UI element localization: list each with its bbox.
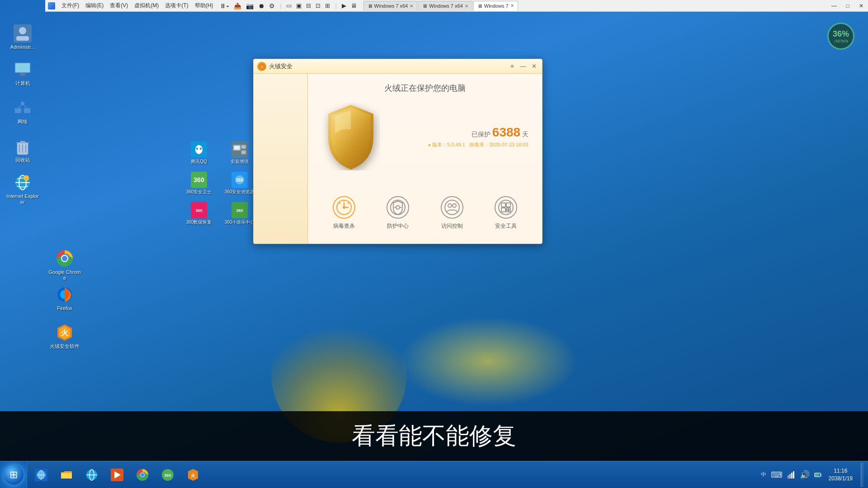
svg-rect-6	[18, 75, 27, 77]
vm-window-controls: — □ ✕	[827, 0, 868, 12]
desktop-icon-ie[interactable]: e Internet Explorer	[5, 172, 41, 207]
desktop-icon-firefox[interactable]: Firefox	[47, 284, 83, 313]
vm-maximize-btn[interactable]: □	[841, 0, 854, 12]
vm-menu-file[interactable]: 文件(F)	[59, 1, 82, 10]
vm-settings-btn[interactable]: ⚙	[268, 2, 276, 9]
cluster-icon-360safe[interactable]: 360 360安全卫士	[181, 170, 217, 196]
vm-menu-tab[interactable]: 选项卡(T)	[162, 1, 191, 10]
desktop-icon-chrome[interactable]: Google Chrome	[47, 248, 83, 283]
sec-func-scan[interactable]: 病毒查杀	[333, 196, 355, 230]
vm-layout-btn1[interactable]: ▭	[285, 2, 293, 9]
svg-rect-34	[241, 145, 246, 149]
vm-rec-btn[interactable]: ⏺	[257, 2, 266, 9]
taskbar-app-huorong[interactable]: 火	[181, 463, 205, 487]
taskbar-battery-icon[interactable]	[813, 470, 822, 479]
desktop-icon-recycle[interactable]: 回收站	[5, 136, 41, 165]
vm-icon	[48, 2, 55, 9]
start-orb-icon: ⊞	[4, 465, 24, 485]
sec-minimize-btn[interactable]: —	[519, 62, 528, 71]
vm-tab-icon-2: 🖥	[422, 3, 427, 9]
taskbar-volume-icon[interactable]: 🔊	[799, 469, 811, 481]
vm-tab-close-2[interactable]: ✕	[465, 4, 468, 9]
taskbar-app-explorer[interactable]	[29, 463, 53, 487]
taskbar-app-360[interactable]: 360	[156, 463, 180, 487]
svg-rect-80	[791, 473, 793, 479]
vm-tab-2[interactable]: 🖥 Windows 7 x64 ✕	[418, 1, 472, 11]
cluster-icon-360browser[interactable]: 360 360安全浏览器	[222, 170, 258, 196]
desktop-icon-network[interactable]: 网络	[5, 97, 41, 127]
sec-menu-btn[interactable]: ≡	[508, 62, 517, 71]
start-button[interactable]: ⊞	[0, 461, 27, 488]
cluster-icon-vmtools[interactable]: 安装增强	[222, 140, 258, 166]
svg-text:360: 360	[236, 208, 243, 213]
taskbar-running-apps	[207, 461, 755, 488]
sec-close-btn[interactable]: ✕	[529, 62, 538, 71]
vm-layout-btn3[interactable]: ⊟	[305, 2, 312, 9]
taskbar: ⊞	[0, 461, 868, 488]
vm-menu-help[interactable]: 帮助(H)	[192, 1, 216, 10]
vm-tab-1[interactable]: 🖥 Windows 7 x64 ✕	[363, 1, 418, 11]
desktop-icon-huorong[interactable]: 火 火绒安全软件	[47, 322, 83, 351]
vm-tab-close-1[interactable]: ✕	[410, 4, 413, 9]
vm-menu-view[interactable]: 查看(V)	[107, 1, 131, 10]
vm-tab-close-3[interactable]: ✕	[510, 3, 514, 8]
taskbar-network-icon[interactable]	[786, 470, 796, 480]
taskbar-app-media[interactable]	[105, 463, 129, 487]
desktop-icon-admin[interactable]: Administr...	[5, 23, 41, 52]
vm-arrow-btn[interactable]: ▶	[340, 2, 348, 9]
sec-func-tools[interactable]: 安全工具	[495, 196, 517, 230]
svg-text:e: e	[25, 176, 28, 180]
access-label: 访问控制	[441, 222, 463, 230]
qq-label: 腾讯QQ	[191, 159, 207, 164]
taskbar-app-ie[interactable]	[80, 463, 104, 487]
taskbar-date: 2038/1/19	[829, 475, 853, 483]
vm-layout-btn4[interactable]: ⊡	[314, 2, 322, 9]
vm-menu-vm[interactable]: 虚拟机(M)	[132, 1, 161, 10]
360mini-icon: 360	[231, 202, 248, 218]
vm-layout-btn2[interactable]: ▣	[295, 2, 303, 9]
sec-days-unit: 天	[522, 131, 528, 138]
cluster-icon-360mini[interactable]: 360 360小游乐中心	[222, 201, 258, 226]
taskbar-app-chrome[interactable]	[130, 463, 155, 487]
net-speed-indicator: 36% ↓507K/s	[827, 23, 854, 50]
firefox-icon	[56, 286, 74, 304]
vm-display-btn[interactable]: 🖥	[349, 2, 358, 9]
desktop-icon-computer[interactable]: 计算机	[5, 59, 41, 88]
360safe-icon: 360	[191, 172, 207, 188]
cluster-icon-360recovery[interactable]: 360 360数据恢复	[181, 201, 217, 226]
taskbar-pinned-apps: 360 火	[27, 461, 207, 488]
security-window: 火 火绒安全 ≡ — ✕ 火绒正在保护您的电脑	[253, 59, 542, 244]
svg-text:360: 360	[164, 473, 171, 478]
sec-func-access[interactable]: 访问控制	[441, 196, 463, 230]
svg-point-30	[200, 148, 202, 150]
qq-icon	[191, 141, 207, 158]
taskbar-keyboard-icon[interactable]: ⌨	[770, 469, 783, 481]
tools-label: 安全工具	[495, 222, 517, 230]
svg-point-49	[391, 200, 405, 215]
vmtools-label: 安装增强	[231, 159, 249, 164]
protection-icon	[387, 196, 409, 219]
vm-sep2: |	[335, 3, 336, 9]
taskbar-lang-indicator[interactable]: 中	[760, 470, 767, 479]
taskbar-clock[interactable]: 11:16 2038/1/19	[825, 461, 856, 488]
vm-send-btn[interactable]: 📤	[232, 2, 243, 9]
sec-shield	[321, 103, 380, 170]
vm-pause-btn[interactable]: ⏸▾	[218, 2, 231, 9]
sec-func-protection[interactable]: 防护中心	[387, 196, 409, 230]
net-speed-value: ↓507K/s	[834, 39, 849, 43]
subtitle-bar: 看看能不能修复	[0, 411, 868, 461]
sec-db-text: 病毒库：2020-07-23 18:03	[469, 142, 528, 147]
360mini-label: 360小游乐中心	[225, 220, 255, 225]
huorong-label: 火绒安全软件	[50, 343, 80, 349]
vm-close-btn[interactable]: ✕	[854, 0, 868, 12]
vm-menu-edit[interactable]: 编辑(E)	[83, 1, 106, 10]
svg-point-29	[196, 148, 198, 150]
vm-layout-btn5[interactable]: ⊞	[324, 2, 331, 9]
vm-tab-3[interactable]: 🖥 Windows 7 ✕	[473, 1, 518, 11]
cluster-icon-qq[interactable]: 腾讯QQ	[181, 140, 217, 166]
taskbar-show-desktop[interactable]	[861, 463, 863, 487]
vm-snap-btn[interactable]: 📷	[245, 2, 255, 9]
vm-minimize-btn[interactable]: —	[827, 0, 841, 12]
taskbar-app-folder[interactable]	[54, 463, 79, 487]
network-icon	[14, 99, 32, 117]
